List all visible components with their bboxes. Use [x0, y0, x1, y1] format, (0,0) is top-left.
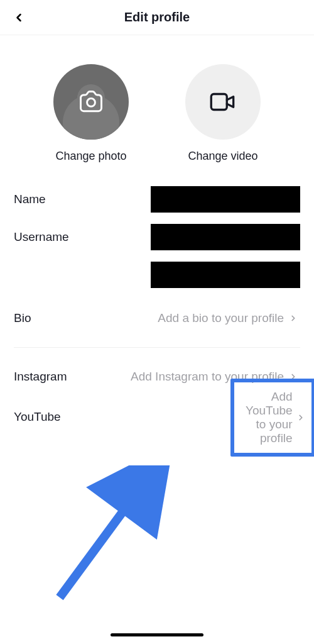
profile-video-circle [185, 64, 261, 140]
youtube-row[interactable]: YouTube Add YouTube to your profile [0, 397, 314, 437]
youtube-label: YouTube [14, 410, 114, 424]
svg-point-0 [87, 99, 95, 107]
home-indicator[interactable] [111, 633, 203, 636]
camera-icon [77, 88, 105, 116]
page-title: Edit profile [124, 10, 190, 25]
instagram-label: Instagram [14, 370, 83, 384]
change-video[interactable]: Change video [185, 64, 261, 163]
bio-row[interactable]: Bio Add a bio to your profile [0, 298, 314, 338]
annotation-arrow [47, 465, 173, 604]
video-camera-icon [207, 86, 239, 118]
svg-line-2 [60, 478, 148, 597]
extra-value-redacted [151, 262, 300, 288]
username-label: Username [14, 230, 89, 244]
name-value-redacted [151, 186, 300, 213]
youtube-placeholder: Add YouTube to your profile [243, 390, 293, 445]
name-label: Name [14, 192, 89, 206]
section-divider [14, 347, 300, 348]
name-row[interactable]: Name [0, 180, 314, 218]
back-button[interactable] [9, 8, 29, 28]
chevron-right-icon [296, 412, 305, 423]
bio-label: Bio [14, 311, 83, 325]
change-photo-label: Change photo [55, 150, 126, 163]
svg-rect-1 [211, 94, 227, 110]
change-photo[interactable]: Change photo [53, 64, 129, 163]
chevron-left-icon [13, 11, 25, 24]
annotation-highlight: Add YouTube to your profile [230, 379, 314, 457]
username-value-redacted [151, 224, 300, 250]
username-row[interactable]: Username [0, 218, 314, 256]
header-bar: Edit profile [0, 0, 314, 35]
fields-section: Name Username Bio Add a bio to your prof… [0, 178, 314, 440]
profile-photo-avatar [53, 64, 129, 140]
bio-placeholder: Add a bio to your profile [158, 311, 284, 325]
change-video-label: Change video [188, 150, 257, 163]
media-section: Change photo Change video [0, 35, 314, 178]
chevron-right-icon [288, 313, 299, 324]
